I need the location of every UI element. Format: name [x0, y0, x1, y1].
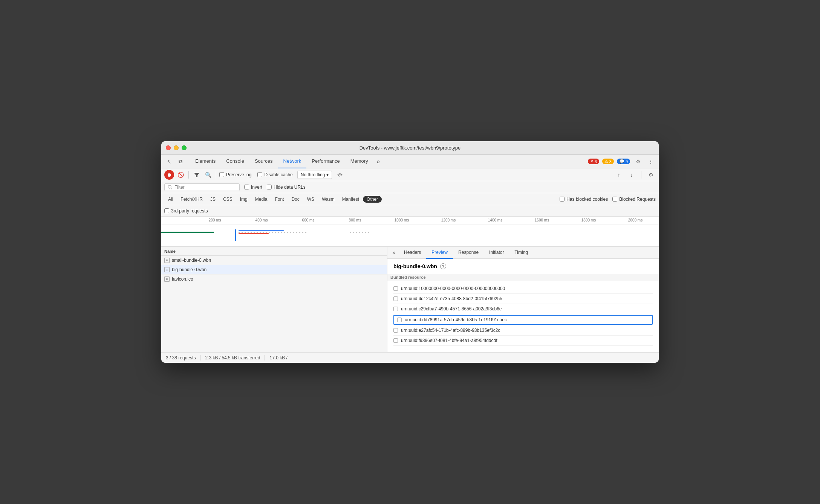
detail-pane: × Headers Preview Response Initiator Tim…: [387, 247, 659, 352]
type-fetch-xhr[interactable]: Fetch/XHR: [177, 196, 207, 203]
resource-row-0[interactable]: urn:uuid:10000000-0000-0000-0000-0000000…: [393, 284, 653, 294]
resource-checkbox-2[interactable]: [393, 307, 398, 311]
hide-data-urls-checkbox[interactable]: [267, 185, 272, 189]
resource-row-3[interactable]: urn:uuid:dd78991a-57db-459c-b8b5-1e191f9…: [393, 315, 653, 325]
disable-cache-checkbox[interactable]: [257, 172, 262, 177]
search-icon[interactable]: 🔍: [203, 170, 213, 180]
resource-row-5[interactable]: urn:uuid:f9396e07-f081-4bfe-94a1-a8f954f…: [393, 336, 653, 346]
error-badge[interactable]: ✕ 6: [588, 159, 599, 164]
invert-checkbox[interactable]: [244, 185, 249, 189]
resource-checkbox-0[interactable]: [393, 286, 398, 291]
resource-row-2[interactable]: urn:uuid:c29cfba7-490b-4571-8656-a002a9f…: [393, 304, 653, 314]
filter-input[interactable]: [174, 185, 227, 190]
preserve-log-label[interactable]: Preserve log: [219, 172, 251, 177]
disable-cache-label[interactable]: Disable cache: [257, 172, 292, 177]
type-media[interactable]: Media: [251, 196, 271, 203]
tab-memory[interactable]: Memory: [345, 155, 373, 168]
warning-triangle-icon: ⚠: [604, 159, 608, 164]
filter-search-icon: [168, 185, 172, 189]
resource-checkbox-4[interactable]: [393, 328, 398, 333]
layers-icon[interactable]: ⧉: [176, 157, 185, 166]
third-party-checkbox[interactable]: [164, 208, 169, 213]
toolbar-separator-2: [216, 171, 216, 179]
resource-checkbox-3[interactable]: [397, 318, 402, 322]
maximize-button[interactable]: [182, 145, 187, 150]
traffic-lights: [166, 145, 187, 150]
minimize-button[interactable]: [174, 145, 179, 150]
help-icon[interactable]: ?: [440, 263, 446, 269]
type-filter-right: Has blocked cookies Blocked Requests: [560, 197, 656, 202]
network-row-2[interactable]: ≡ favicon.ico: [161, 275, 387, 284]
network-row-1[interactable]: ≡ big-bundle-0.wbn: [161, 265, 387, 275]
timeline-content: [161, 225, 659, 247]
titlebar: DevTools - www.jefftk.com/test/wbn9/prot…: [161, 141, 659, 155]
toolbar-separator-3: [641, 171, 641, 179]
tab-network[interactable]: Network: [278, 155, 307, 168]
detail-tab-initiator[interactable]: Initiator: [484, 247, 509, 259]
tab-elements[interactable]: Elements: [190, 155, 221, 168]
download-icon[interactable]: ↓: [627, 170, 636, 180]
detail-tab-headers[interactable]: Headers: [399, 247, 426, 259]
type-js[interactable]: JS: [207, 196, 219, 203]
status-size: 17.0 kB /: [269, 355, 287, 360]
blocked-requests-label[interactable]: Blocked Requests: [612, 197, 656, 202]
detail-close-button[interactable]: ×: [389, 248, 399, 258]
wifi-icon[interactable]: [335, 170, 345, 180]
status-separator-1: [200, 355, 200, 360]
timeline-bar-red: [239, 233, 269, 234]
hide-data-urls-label[interactable]: Hide data URLs: [267, 185, 306, 190]
filter-bar: Invert Hide data URLs: [161, 181, 659, 193]
timeline-blue-marker: [235, 229, 236, 241]
resource-row-1[interactable]: urn:uuid:4d12c42e-e735-4088-8bd2-0f415f7…: [393, 294, 653, 304]
type-manifest[interactable]: Manifest: [338, 196, 363, 203]
ruler-tick-2: 400 ms: [238, 218, 285, 222]
status-requests: 3 / 38 requests: [166, 355, 196, 360]
timeline-bars: [239, 230, 284, 234]
resource-checkbox-5[interactable]: [393, 338, 398, 343]
devtools-settings-icon[interactable]: ⚙: [633, 157, 643, 166]
type-ws[interactable]: WS: [303, 196, 318, 203]
detail-tab-preview[interactable]: Preview: [426, 247, 453, 259]
section-title: Bundled resource: [387, 274, 659, 281]
type-other[interactable]: Other: [363, 196, 382, 203]
warning-badge[interactable]: ⚠ 3: [602, 159, 614, 164]
preserve-log-checkbox[interactable]: [219, 172, 224, 177]
more-tabs-icon[interactable]: »: [373, 157, 383, 166]
blocked-requests-checkbox[interactable]: [612, 197, 617, 202]
invert-label[interactable]: Invert: [244, 185, 262, 190]
tab-sources[interactable]: Sources: [249, 155, 278, 168]
third-party-label[interactable]: 3rd-party requests: [164, 208, 208, 214]
type-img[interactable]: Img: [236, 196, 251, 203]
clear-button[interactable]: 🚫: [176, 170, 185, 180]
has-blocked-cookies-label[interactable]: Has blocked cookies: [560, 197, 608, 202]
type-font[interactable]: Font: [271, 196, 288, 203]
resource-checkbox-1[interactable]: [393, 296, 398, 301]
ruler-tick-5: 1000 ms: [378, 218, 425, 222]
filter-icon[interactable]: [192, 170, 202, 180]
network-settings-icon[interactable]: ⚙: [646, 170, 656, 180]
tab-performance[interactable]: Performance: [306, 155, 345, 168]
close-button[interactable]: [166, 145, 171, 150]
type-wasm[interactable]: Wasm: [318, 196, 338, 203]
toolbar-right-icons: ↑ ↓ ⚙: [614, 170, 656, 180]
network-row-0[interactable]: ≡ small-bundle-0.wbn: [161, 256, 387, 265]
throttle-dropdown[interactable]: No throttling ▾: [297, 171, 332, 179]
resource-row-4[interactable]: urn:uuid:e27afc54-171b-4afc-899b-93b135e…: [393, 325, 653, 336]
svg-marker-0: [194, 173, 199, 177]
detail-tab-response[interactable]: Response: [453, 247, 484, 259]
tab-console[interactable]: Console: [221, 155, 249, 168]
devtools-more-icon[interactable]: ⋮: [646, 157, 656, 166]
upload-icon[interactable]: ↑: [614, 170, 624, 180]
svg-line-3: [171, 188, 172, 189]
type-css[interactable]: CSS: [219, 196, 236, 203]
ruler-tick-6: 1200 ms: [425, 218, 472, 222]
message-badge[interactable]: 💬 9: [617, 159, 630, 164]
type-doc[interactable]: Doc: [288, 196, 303, 203]
type-all[interactable]: All: [164, 196, 177, 203]
has-blocked-cookies-checkbox[interactable]: [560, 197, 565, 202]
status-separator-2: [265, 355, 265, 360]
record-button[interactable]: ⏺: [164, 170, 174, 180]
cursor-icon[interactable]: ↖: [164, 157, 174, 166]
detail-tab-timing[interactable]: Timing: [509, 247, 533, 259]
svg-point-2: [168, 185, 171, 188]
